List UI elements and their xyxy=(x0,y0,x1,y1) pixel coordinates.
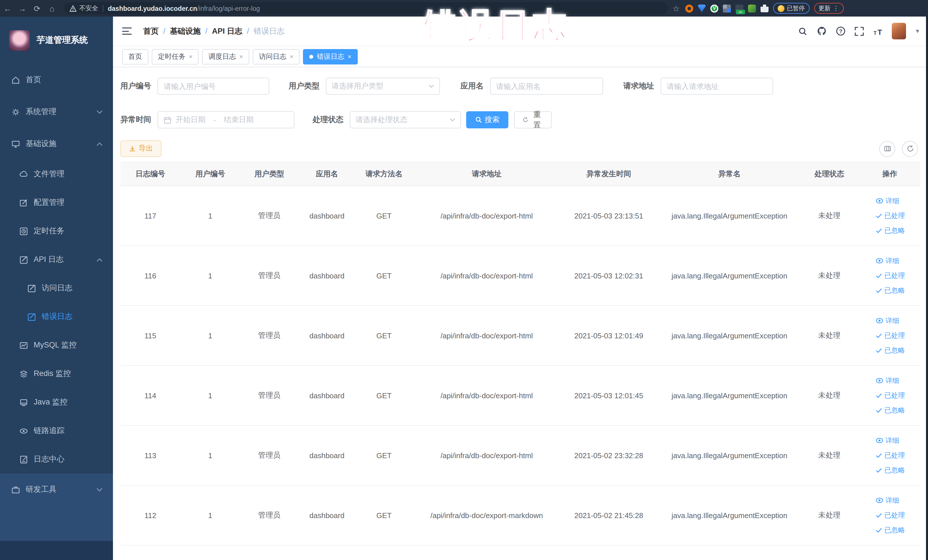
profile-paused-chip[interactable]: 已暂停 xyxy=(773,3,809,14)
github-icon[interactable] xyxy=(817,26,827,36)
sidebar-item-7[interactable]: 访问日志 xyxy=(0,274,113,302)
sidebar-item-11[interactable]: Java 监控 xyxy=(0,388,113,417)
user-type-select[interactable]: 请选择用户类型 xyxy=(326,78,440,95)
extension-leaf-icon[interactable] xyxy=(748,4,756,12)
sidebar-item-4[interactable]: 配置管理 xyxy=(0,188,113,217)
detail-link[interactable]: 详细 xyxy=(876,196,899,206)
job-icon xyxy=(20,227,28,235)
processed-link[interactable]: 已处理 xyxy=(876,271,905,281)
cell-app: dashboard xyxy=(298,246,356,305)
tab-label: 访问日志 xyxy=(259,52,286,61)
detail-link[interactable]: 详细 xyxy=(876,316,899,325)
processed-link[interactable]: 已处理 xyxy=(876,211,905,221)
extension-orange-icon[interactable] xyxy=(685,4,693,12)
sidebar-collapse-icon[interactable] xyxy=(122,27,132,35)
extension-grid-icon[interactable] xyxy=(723,4,731,12)
ignored-link[interactable]: 已忽略 xyxy=(876,405,905,415)
cell-id: 114 xyxy=(121,366,180,425)
back-icon[interactable]: ← xyxy=(0,4,15,13)
update-label: 更新 xyxy=(818,4,830,12)
sidebar-item-8[interactable]: 错误日志 xyxy=(0,302,113,331)
close-icon[interactable]: × xyxy=(240,53,243,60)
sidebar-item-3[interactable]: 文件管理 xyxy=(0,160,113,188)
processed-link[interactable]: 已处理 xyxy=(876,450,905,460)
sidebar-item-1[interactable]: 系统管理 xyxy=(0,96,113,128)
font-size-icon[interactable]: TT xyxy=(873,26,883,36)
user-id-input[interactable] xyxy=(157,78,269,95)
extensions-puzzle-icon[interactable] xyxy=(760,4,769,12)
sidebar-item-13[interactable]: 日志中心 xyxy=(0,445,113,473)
sidebar-item-12[interactable]: 链路追踪 xyxy=(0,417,113,445)
exception-time-range-picker[interactable]: 开始日期 - 结束日期 xyxy=(157,111,295,128)
detail-link[interactable]: 详细 xyxy=(876,436,899,445)
browser-menu-kebab-icon[interactable]: ⋮ xyxy=(833,5,839,12)
detail-link[interactable]: 详细 xyxy=(876,496,899,505)
sidebar-item-0[interactable]: 首页 xyxy=(0,64,113,96)
tab-0[interactable]: 首页 xyxy=(122,49,148,64)
detail-link[interactable]: 详细 xyxy=(876,256,899,266)
tab-2[interactable]: 调度日志× xyxy=(202,49,249,64)
sidebar-item-10[interactable]: Redis 监控 xyxy=(0,359,113,388)
export-button[interactable]: 导出 xyxy=(121,140,162,157)
app-name-input[interactable] xyxy=(490,78,603,95)
help-icon[interactable]: ? xyxy=(835,26,846,36)
request-url-input[interactable] xyxy=(661,78,773,95)
bookmark-star-icon[interactable]: ☆ xyxy=(672,4,681,13)
process-status-select[interactable]: 请选择处理状态 xyxy=(350,111,461,128)
file-manage-icon xyxy=(20,170,28,178)
ignored-link[interactable]: 已忽略 xyxy=(876,345,905,355)
tab-1[interactable]: 定时任务× xyxy=(152,49,199,64)
ignored-link[interactable]: 已忽略 xyxy=(876,285,905,295)
extension-v-icon[interactable]: V xyxy=(710,4,718,12)
tab-4[interactable]: 错误日志× xyxy=(303,49,358,64)
forward-icon[interactable]: → xyxy=(15,4,30,13)
cell-id: 116 xyxy=(121,246,180,305)
table-row: 1161管理员dashboardGET/api/infra/db-doc/exp… xyxy=(121,246,920,306)
sidebar-item-5[interactable]: 定时任务 xyxy=(0,217,113,245)
user-menu-caret-icon[interactable]: ▼ xyxy=(914,28,920,34)
breadcrumb-item-2[interactable]: API 日志 xyxy=(212,26,243,36)
close-icon[interactable]: × xyxy=(348,53,351,60)
cell-user_id: 1 xyxy=(180,306,240,365)
svg-text:T: T xyxy=(878,27,882,36)
reload-icon[interactable]: ⟳ xyxy=(30,4,44,13)
address-bar[interactable]: 不安全 dashboard.yudao.iocoder.cn/infra/log… xyxy=(64,2,668,14)
close-icon[interactable]: × xyxy=(189,53,192,60)
search-button[interactable]: 搜索 xyxy=(466,111,508,128)
close-icon[interactable]: × xyxy=(290,53,293,60)
processed-link[interactable]: 已处理 xyxy=(876,391,905,400)
extension-on-badge-icon[interactable]: on xyxy=(736,4,743,12)
sidebar-item-6[interactable]: API 日志 xyxy=(0,245,113,274)
sidebar-item-9[interactable]: MySQL 监控 xyxy=(0,331,113,359)
browser-chrome: ← → ⟳ ⌂ 不安全 dashboard.yudao.iocoder.cn/i… xyxy=(0,0,928,17)
extension-shield-icon[interactable] xyxy=(698,4,706,12)
page-scrollbar[interactable] xyxy=(926,17,928,560)
search-icon[interactable] xyxy=(798,26,808,36)
fullscreen-icon[interactable] xyxy=(854,26,864,36)
refresh-table-icon[interactable] xyxy=(902,140,918,157)
column-header-4: 请求方法名 xyxy=(356,163,412,185)
cell-actions: 详细已处理已忽略 xyxy=(856,426,923,485)
ignored-link-label: 已忽略 xyxy=(884,226,905,235)
detail-link[interactable]: 详细 xyxy=(876,376,899,385)
ignored-link[interactable]: 已忽略 xyxy=(876,525,905,535)
breadcrumb-separator: / xyxy=(163,27,165,35)
tab-3[interactable]: 访问日志× xyxy=(253,49,300,64)
breadcrumb-item-0[interactable]: 首页 xyxy=(143,26,159,36)
ignored-link[interactable]: 已忽略 xyxy=(876,226,905,235)
table-body: 1171管理员dashboardGET/api/infra/db-doc/exp… xyxy=(121,186,920,545)
app-name-label: 应用名 xyxy=(461,81,484,91)
cell-url: /api/infra/db-doc/export-markdown xyxy=(412,485,561,545)
sidebar-logo-row[interactable]: 芋道管理系统 xyxy=(0,17,113,64)
ignored-link[interactable]: 已忽略 xyxy=(876,465,905,475)
reset-button[interactable]: 重置 xyxy=(514,111,552,128)
user-avatar[interactable] xyxy=(892,23,906,40)
sidebar-item-14[interactable]: 研发工具 xyxy=(0,473,113,505)
processed-link[interactable]: 已处理 xyxy=(876,510,905,520)
update-chip[interactable]: 更新 ⋮ xyxy=(814,3,844,14)
sidebar-item-2[interactable]: 基础设施 xyxy=(0,128,113,160)
column-settings-icon[interactable] xyxy=(879,140,895,157)
processed-link[interactable]: 已处理 xyxy=(876,331,905,340)
breadcrumb-item-1[interactable]: 基础设施 xyxy=(170,26,201,36)
home-icon[interactable]: ⌂ xyxy=(44,4,60,13)
